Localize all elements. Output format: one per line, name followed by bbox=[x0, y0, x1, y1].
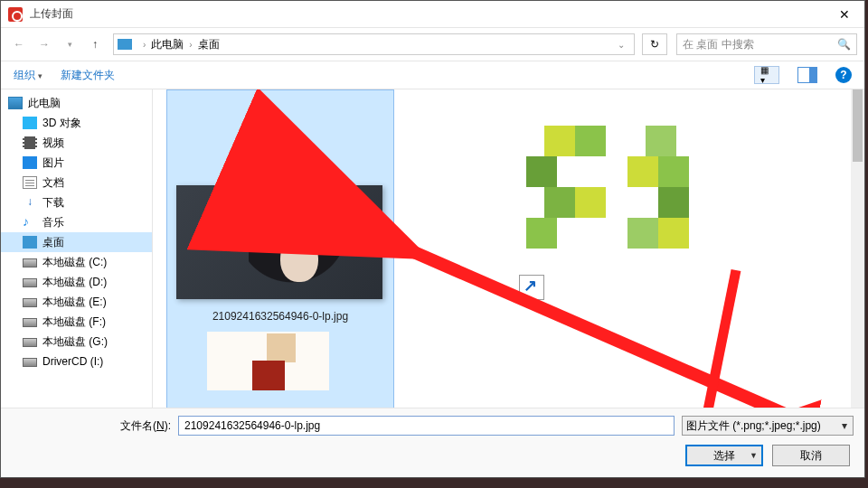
sidebar-item-label: 本地磁盘 (D:) bbox=[42, 275, 107, 290]
dialog-title: 上传封面 bbox=[30, 6, 824, 22]
ico-hdd-icon bbox=[23, 258, 37, 267]
sidebar-tree: 此电脑3D 对象视频图片文档↓下载♪音乐桌面本地磁盘 (C:)本地磁盘 (D:)… bbox=[1, 89, 153, 408]
ico-hdd-icon bbox=[23, 318, 37, 327]
dialog-body: 此电脑3D 对象视频图片文档↓下载♪音乐桌面本地磁盘 (C:)本地磁盘 (D:)… bbox=[1, 89, 864, 408]
shortcut-overlay-icon bbox=[519, 275, 544, 300]
sidebar-item-label: 文档 bbox=[42, 175, 64, 191]
scroll-thumb[interactable] bbox=[853, 89, 863, 162]
sidebar-item-5[interactable]: ↓下载 bbox=[1, 192, 152, 212]
dialog-footer: 文件名(N): 图片文件 (*.png;*.jpeg;*.jpg) 选择▼ 取消 bbox=[1, 408, 864, 477]
nav-forward-button[interactable]: → bbox=[33, 33, 55, 55]
sidebar-item-label: 本地磁盘 (G:) bbox=[42, 334, 108, 350]
sidebar-item-label: 本地磁盘 (C:) bbox=[42, 255, 107, 270]
filename-input[interactable] bbox=[178, 416, 675, 436]
nav-recent-dropdown[interactable]: ▾ bbox=[59, 33, 80, 55]
sidebar-item-label: 3D 对象 bbox=[42, 116, 81, 131]
decoration bbox=[267, 333, 296, 362]
sidebar-item-9[interactable]: 本地磁盘 (D:) bbox=[1, 272, 152, 292]
sidebar-item-label: 下载 bbox=[42, 195, 64, 211]
ico-dl-icon: ↓ bbox=[23, 196, 37, 209]
help-icon[interactable]: ? bbox=[835, 67, 852, 83]
ico-hdd-icon bbox=[23, 278, 37, 287]
sidebar-item-4[interactable]: 文档 bbox=[1, 173, 152, 192]
nav-up-button[interactable]: ↑ bbox=[84, 33, 106, 55]
chevron-down-icon[interactable]: ⌄ bbox=[618, 40, 625, 50]
cancel-button[interactable]: 取消 bbox=[772, 445, 850, 466]
sidebar-item-label: 本地磁盘 (E:) bbox=[42, 295, 107, 310]
nav-back-button[interactable]: ← bbox=[8, 33, 30, 55]
search-input[interactable]: 在 桌面 中搜索 🔍 bbox=[676, 33, 857, 55]
sidebar-item-1[interactable]: 3D 对象 bbox=[1, 113, 152, 133]
sidebar-item-label: 此电脑 bbox=[28, 96, 61, 111]
sidebar-item-13[interactable]: DriverCD (I:) bbox=[1, 352, 152, 371]
sidebar-item-0[interactable]: 此电脑 bbox=[1, 93, 152, 113]
ico-desk-icon bbox=[23, 236, 37, 249]
sidebar-item-label: 本地磁盘 (F:) bbox=[42, 314, 106, 330]
scrollbar[interactable] bbox=[851, 89, 864, 408]
sidebar-item-6[interactable]: ♪音乐 bbox=[1, 212, 152, 232]
ico-pc-icon bbox=[8, 97, 23, 109]
monitor-icon bbox=[118, 39, 132, 50]
ico-doc-icon bbox=[23, 176, 37, 189]
sidebar-item-8[interactable]: 本地磁盘 (C:) bbox=[1, 252, 152, 272]
file-item[interactable] bbox=[526, 126, 707, 252]
sidebar-item-2[interactable]: 视频 bbox=[1, 133, 152, 153]
sidebar-item-3[interactable]: 图片 bbox=[1, 153, 152, 173]
organize-menu[interactable]: 组织 bbox=[14, 68, 42, 83]
ico-hdd-icon bbox=[23, 358, 37, 367]
ico-mus-icon: ♪ bbox=[23, 216, 37, 229]
sidebar-item-label: 图片 bbox=[42, 155, 64, 171]
annotation-arrow bbox=[388, 237, 864, 408]
ico-3d-icon bbox=[23, 117, 37, 129]
decoration bbox=[252, 361, 285, 390]
sidebar-item-10[interactable]: 本地磁盘 (E:) bbox=[1, 292, 152, 312]
file-list-pane[interactable]: 2109241632564946-0-lp.jpg bbox=[153, 89, 864, 408]
view-mode-button[interactable]: ▦ ▾ bbox=[754, 66, 779, 84]
sidebar-item-12[interactable]: 本地磁盘 (G:) bbox=[1, 332, 152, 352]
filename-label: 文件名(N): bbox=[120, 418, 171, 434]
sidebar-item-label: 视频 bbox=[42, 136, 64, 151]
file-open-dialog: 上传封面 ✕ ← → ▾ ↑ › 此电脑 › 桌面 ⌄ ↻ 在 桌面 中搜索 🔍… bbox=[0, 0, 865, 478]
open-button[interactable]: 选择▼ bbox=[685, 445, 763, 466]
preview-pane-button[interactable] bbox=[797, 67, 817, 83]
breadcrumb-root[interactable]: 此电脑 bbox=[151, 37, 184, 52]
sidebar-item-11[interactable]: 本地磁盘 (F:) bbox=[1, 312, 152, 332]
breadcrumb-loc[interactable]: 桌面 bbox=[198, 37, 220, 52]
chevron-right-icon: › bbox=[143, 40, 146, 50]
ico-hdd-icon bbox=[23, 338, 37, 347]
search-placeholder: 在 桌面 中搜索 bbox=[683, 37, 837, 52]
chevron-right-icon: › bbox=[189, 40, 192, 50]
ico-pic-icon bbox=[23, 156, 37, 169]
sidebar-item-7[interactable]: 桌面 bbox=[1, 232, 152, 252]
nav-bar: ← → ▾ ↑ › 此电脑 › 桌面 ⌄ ↻ 在 桌面 中搜索 🔍 bbox=[1, 28, 864, 61]
svg-line-1 bbox=[408, 249, 864, 408]
titlebar: 上传封面 ✕ bbox=[1, 1, 864, 28]
filetype-select[interactable]: 图片文件 (*.png;*.jpeg;*.jpg) bbox=[682, 416, 854, 436]
ico-hdd-icon bbox=[23, 298, 37, 307]
sidebar-item-label: DriverCD (I:) bbox=[42, 355, 103, 368]
sidebar-item-label: 桌面 bbox=[42, 235, 64, 250]
toolbar: 组织 新建文件夹 ▦ ▾ ? bbox=[1, 61, 864, 89]
svg-line-3 bbox=[701, 270, 736, 408]
ico-vid-icon bbox=[23, 136, 37, 149]
file-thumbnail[interactable] bbox=[176, 185, 382, 299]
new-folder-button[interactable]: 新建文件夹 bbox=[61, 68, 115, 83]
file-name-label: 2109241632564946-0-lp.jpg bbox=[180, 310, 381, 323]
annotation-arrow bbox=[686, 270, 759, 408]
search-icon: 🔍 bbox=[837, 38, 851, 51]
app-icon bbox=[8, 7, 23, 22]
sidebar-item-label: 音乐 bbox=[42, 215, 64, 230]
breadcrumb[interactable]: › 此电脑 › 桌面 ⌄ bbox=[113, 33, 635, 55]
refresh-button[interactable]: ↻ bbox=[642, 33, 667, 55]
close-button[interactable]: ✕ bbox=[824, 1, 864, 28]
